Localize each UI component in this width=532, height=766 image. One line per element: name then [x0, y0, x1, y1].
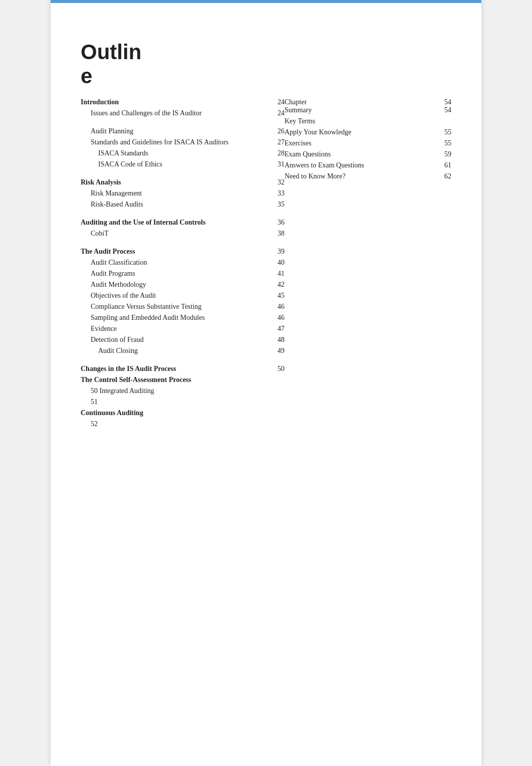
chapter-num: 54: [436, 98, 451, 106]
audit-closing-num: 49: [270, 347, 285, 355]
cobit-label: CobiT: [91, 230, 270, 238]
audit-methodology-num: 42: [270, 281, 285, 289]
isaca-code-label: ISACA Code of Ethics: [98, 160, 270, 168]
outline-table: Introduction 24 Issues and Challenges of…: [81, 98, 451, 431]
changes-entry: Changes in the IS Audit Process 50: [81, 365, 285, 373]
issues-num: 24: [270, 109, 285, 117]
sampling-num: 46: [270, 314, 285, 322]
detection-fraud-entry: Detection of Fraud 48: [81, 336, 285, 344]
compliance-num: 46: [270, 303, 285, 311]
evidence-entry: Evidence 47: [81, 325, 285, 333]
introduction-entry: Introduction 24: [81, 98, 285, 106]
num52-label: 52: [91, 420, 270, 428]
auditing-internal-entry: Auditing and the Use of Internal Control…: [81, 219, 285, 227]
audit-methodology-label: Audit Methodology: [91, 281, 270, 289]
audit-process-num: 39: [270, 248, 285, 256]
left-column: Introduction 24 Issues and Challenges of…: [81, 98, 285, 431]
objectives-label: Objectives of the Audit: [91, 292, 270, 300]
num52-entry: 52: [81, 420, 285, 428]
risk-analysis-entry: Risk Analysis 32: [81, 178, 285, 186]
control-self-entry: The Control Self-Assessment Process: [81, 376, 285, 384]
cobit-num: 38: [270, 230, 285, 238]
title-part1: Outlin: [81, 40, 451, 64]
top-border: [51, 0, 481, 3]
changes-num: 50: [270, 365, 285, 373]
chapter-summary-entry: Chapter 54 Summary 54: [285, 98, 451, 114]
need-to-know-entry: Need to Know More? 62: [285, 172, 451, 180]
apply-knowledge-entry: Apply Your Knowledge 55: [285, 128, 451, 136]
exercises-label: Exercises: [285, 139, 436, 147]
audit-closing-entry: Audit Closing 49: [81, 347, 285, 355]
audit-programs-label: Audit Programs: [91, 270, 270, 278]
num51-label: 51: [91, 398, 270, 406]
isaca-code-num: 31: [270, 160, 285, 168]
integrated-auditing-label: 50 Integrated Auditing: [91, 387, 270, 395]
evidence-num: 47: [270, 325, 285, 333]
exam-questions-label: Exam Questions: [285, 150, 436, 158]
audit-planning-num: 26: [270, 127, 285, 135]
audit-programs-num: 41: [270, 270, 285, 278]
exam-questions-entry: Exam Questions 59: [285, 150, 451, 158]
control-self-label: The Control Self-Assessment Process: [81, 376, 270, 384]
audit-planning-label: Audit Planning: [91, 127, 270, 135]
audit-process-entry: The Audit Process 39: [81, 248, 285, 256]
right-column: Chapter 54 Summary 54 Key Terms Apply Yo…: [285, 98, 451, 431]
risk-management-entry: Risk Management 33: [81, 189, 285, 198]
integrated-auditing-entry: 50 Integrated Auditing: [81, 387, 285, 395]
exam-questions-num: 59: [436, 150, 451, 158]
audit-methodology-entry: Audit Methodology 42: [81, 281, 285, 289]
risk-management-num: 33: [270, 189, 285, 198]
need-to-know-num: 62: [436, 172, 451, 180]
exercises-num: 55: [436, 139, 451, 147]
sampling-label: Sampling and Embedded Audit Modules: [91, 314, 270, 322]
isaca-standards-entry: ISACA Standards 28: [81, 149, 285, 157]
continuous-auditing-entry: Continuous Auditing: [81, 409, 285, 417]
objectives-num: 45: [270, 292, 285, 300]
introduction-num: 24: [270, 98, 285, 106]
summary-num: 54: [436, 106, 451, 114]
audit-process-label: The Audit Process: [81, 248, 270, 256]
risk-based-num: 35: [270, 201, 285, 209]
audit-classification-label: Audit Classification: [91, 259, 270, 267]
summary-label: Summary: [285, 106, 436, 114]
continuous-auditing-label: Continuous Auditing: [81, 409, 270, 417]
exercises-entry: Exercises 55: [285, 139, 451, 147]
risk-analysis-label: Risk Analysis: [81, 178, 270, 186]
key-terms-label: Key Terms: [285, 117, 436, 125]
isaca-standards-num: 28: [270, 149, 285, 157]
detection-fraud-num: 48: [270, 336, 285, 344]
detection-fraud-label: Detection of Fraud: [91, 336, 270, 344]
isaca-code-entry: ISACA Code of Ethics 31: [81, 160, 285, 168]
title-part2: e: [81, 64, 451, 88]
chapter-label: Chapter: [285, 98, 436, 106]
changes-label: Changes in the IS Audit Process: [81, 365, 270, 373]
risk-analysis-num: 32: [270, 178, 285, 186]
apply-knowledge-num: 55: [436, 128, 451, 136]
key-terms-entry: Key Terms: [285, 117, 451, 125]
issues-entry: Issues and Challenges of the IS Auditor …: [81, 109, 285, 117]
issues-label: Issues and Challenges of the IS Auditor: [91, 109, 270, 117]
evidence-label: Evidence: [91, 325, 270, 333]
need-to-know-label: Need to Know More?: [285, 172, 436, 180]
audit-planning-entry: Audit Planning 26: [81, 127, 285, 135]
sampling-entry: Sampling and Embedded Audit Modules 46: [81, 314, 285, 322]
auditing-internal-label: Auditing and the Use of Internal Control…: [81, 219, 270, 227]
audit-programs-entry: Audit Programs 41: [81, 270, 285, 278]
apply-knowledge-label: Apply Your Knowledge: [285, 128, 436, 136]
standards-entry: Standards and Guidelines for ISACA IS Au…: [81, 138, 285, 146]
compliance-entry: Compliance Versus Substantive Testing 46: [81, 303, 285, 311]
answers-entry: Answers to Exam Questions 61: [285, 161, 451, 169]
objectives-entry: Objectives of the Audit 45: [81, 292, 285, 300]
answers-label: Answers to Exam Questions: [285, 161, 436, 169]
audit-closing-label: Audit Closing: [98, 347, 270, 355]
standards-label: Standards and Guidelines for ISACA IS Au…: [91, 138, 270, 146]
standards-num: 27: [270, 138, 285, 146]
cobit-entry: CobiT 38: [81, 230, 285, 238]
num51-entry: 51: [81, 398, 285, 406]
isaca-standards-label: ISACA Standards: [98, 149, 270, 157]
page-container: Outlin e Introduction 24 Issues and Chal…: [51, 0, 481, 766]
auditing-internal-num: 36: [270, 219, 285, 227]
audit-classification-entry: Audit Classification 40: [81, 259, 285, 267]
risk-based-entry: Risk-Based Audits 35: [81, 201, 285, 209]
risk-management-label: Risk Management: [91, 189, 270, 198]
